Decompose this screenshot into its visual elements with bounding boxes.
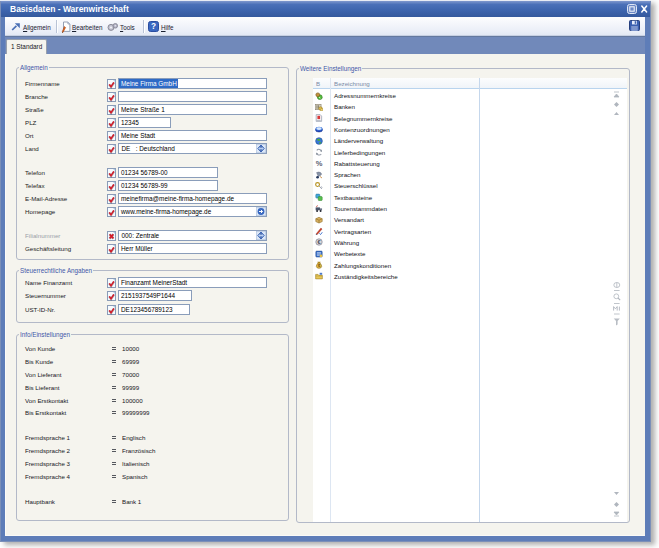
svg-text:?: ? bbox=[151, 22, 156, 31]
svg-text:%: % bbox=[315, 159, 322, 167]
